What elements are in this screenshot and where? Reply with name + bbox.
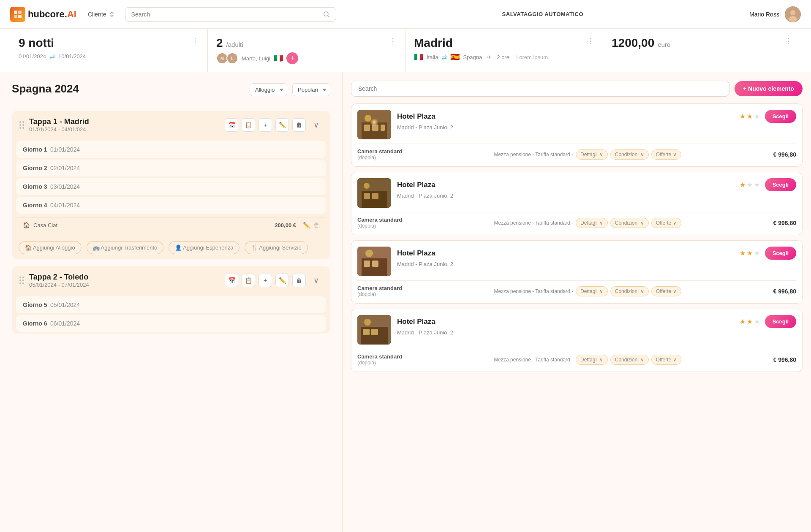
svg-rect-3	[18, 15, 22, 18]
hotel-4-img-svg	[357, 315, 391, 345]
drag-handle-2[interactable]	[19, 277, 24, 284]
accom-edit-btn[interactable]: ✏️	[303, 222, 310, 228]
hotel-2-condizioni-tag[interactable]: Condizioni ∨	[610, 218, 649, 228]
drag-handle-1[interactable]	[19, 121, 24, 129]
hotel-3-condizioni-tag[interactable]: Condizioni ∨	[610, 286, 649, 296]
hotel-card-1: Hotel Plaza ★★★ Scegli Madrid - Plaza Ju…	[351, 103, 803, 167]
day-5-label: Giorno 5	[23, 301, 50, 308]
right-search-input[interactable]	[351, 81, 729, 97]
svg-rect-26	[363, 329, 370, 335]
tappa-1-delete-btn[interactable]: 🗑	[292, 118, 306, 132]
hotel-4-condizioni-tag[interactable]: Condizioni ∨	[610, 355, 649, 365]
svg-point-28	[364, 319, 371, 326]
hotel-card-3: Hotel Plaza ★★★ Scegli Madrid - Plaza Ju…	[351, 240, 803, 304]
add-servizio-btn[interactable]: 🍴 Aggiungi Servizio	[245, 241, 308, 254]
hotel-1-tags: Mezza pensione - Tariffa standard - Dett…	[494, 149, 681, 160]
user-menu[interactable]: Mario Rossi	[749, 6, 801, 22]
accom-actions: ✏️ 🗑	[303, 222, 319, 228]
filter-bar: Alloggio Popolari	[250, 83, 330, 96]
hotel-4-top: Hotel Plaza ★★★ Scegli Madrid - Plaza Ju…	[357, 315, 796, 345]
hotel-3-name: Hotel Plaza	[397, 249, 435, 258]
nuovo-elemento-button[interactable]: + Nuovo elemento	[735, 81, 803, 96]
hotel-4-address: Madrid - Plaza Junio, 2	[397, 329, 796, 336]
hotel-4-dettagli-tag[interactable]: Dettagli ∨	[576, 355, 608, 365]
hotel-3-dettagli-tag[interactable]: Dettagli ∨	[576, 286, 608, 296]
hotel-1-name-row: Hotel Plaza ★★★ Scegli	[397, 110, 796, 123]
tappa-1-dates: 01/01/2024 - 04/01/024	[29, 126, 89, 133]
hotel-4-scegli-btn[interactable]: Scegli	[765, 315, 796, 328]
tappa-2-edit-btn[interactable]: ✏️	[275, 274, 289, 287]
search-input[interactable]	[131, 11, 320, 18]
hotel-1-scegli-btn[interactable]: Scegli	[765, 110, 796, 123]
tappa-2: Tappa 2 - Toledo 05/01/2024 - 07/01/2024…	[12, 266, 330, 334]
filter-popolari[interactable]: Popolari	[292, 83, 330, 96]
day-6-label: Giorno 6	[23, 320, 50, 327]
tappa-2-calendar-btn[interactable]: 📅	[225, 274, 238, 287]
accom-delete-btn[interactable]: 🗑	[313, 222, 319, 228]
adulti-detail: M L Marta, Luigi 🇮🇹 +	[216, 52, 397, 64]
hotel-3-image	[357, 247, 391, 276]
hotel-3-bottom: Camera standard (doppia) Mezza pensione …	[357, 280, 796, 297]
hotel-2-address: Madrid - Plaza Junio, 2	[397, 193, 796, 199]
notti-detail: 01/01/2024 ⇄ 10/01/2024	[19, 52, 199, 60]
add-person-button[interactable]: +	[286, 52, 298, 64]
hotel-2-scegli-btn[interactable]: Scegli	[765, 178, 796, 191]
destination-menu[interactable]: ⋮	[587, 36, 594, 46]
tappa-1-copy-btn[interactable]: 📋	[242, 118, 255, 132]
hotel-1-condizioni-tag[interactable]: Condizioni ∨	[610, 149, 649, 160]
tappa-1-chevron[interactable]: ∨	[309, 118, 323, 132]
svg-point-7	[789, 16, 797, 22]
trip-title: Spagna 2024	[12, 82, 79, 95]
add-esperienza-btn[interactable]: 👤 Aggiungi Esperienza	[169, 241, 239, 254]
stat-notti: 9 notti ⋮ 01/01/2024 ⇄ 10/01/2024	[10, 29, 208, 72]
hotel-4-price: € 996,80	[773, 356, 797, 363]
tappa-1-edit-btn[interactable]: ✏️	[275, 118, 289, 132]
hotel-4-offerte-tag[interactable]: Offerte ∨	[651, 355, 681, 365]
hotel-card-4: Hotel Plaza ★★★ Scegli Madrid - Plaza Ju…	[351, 309, 803, 372]
tappa-1-calendar-btn[interactable]: 📅	[225, 118, 238, 132]
tappa-1-title: Tappa 1 - Madrid	[29, 117, 89, 126]
add-trasferimento-btn[interactable]: 🚌 Aggiungi Trasferimento	[87, 241, 164, 254]
tappa-2-copy-btn[interactable]: 📋	[242, 274, 255, 287]
hotel-1-price: € 996,80	[773, 151, 797, 158]
hotel-2-offerte-tag[interactable]: Offerte ∨	[651, 218, 681, 228]
stat-destination: Madrid ⋮ 🇮🇹 Italia ⇄ 🇪🇸 Spagna ✈ 2 ore L…	[406, 29, 603, 72]
tappa-2-chevron[interactable]: ∨	[309, 274, 323, 287]
hotel-3-scegli-btn[interactable]: Scegli	[765, 247, 796, 260]
tappa-1: Tappa 1 - Madrid 01/01/2024 - 04/01/024 …	[12, 111, 330, 259]
client-selector[interactable]: Cliente	[88, 11, 115, 18]
hotel-2-img-svg	[357, 178, 391, 208]
hotel-1-dettagli-tag[interactable]: Dettagli ∨	[576, 149, 608, 160]
destination-detail: 🇮🇹 Italia ⇄ 🇪🇸 Spagna ✈ 2 ore Lorem ipsu…	[414, 52, 594, 62]
app-header: hubcore.AI Cliente SALVATAGGIO AUTOMATIC…	[0, 0, 811, 29]
day-row-3: Giorno 3 03/01/2024	[16, 178, 326, 195]
logo-icon	[10, 7, 25, 22]
search-bar[interactable]	[125, 7, 336, 22]
add-alloggio-btn[interactable]: 🏠 Aggiungi Alloggio	[19, 241, 82, 254]
price-menu[interactable]: ⋮	[785, 36, 792, 46]
stats-bar: 9 notti ⋮ 01/01/2024 ⇄ 10/01/2024 2 /adu…	[0, 29, 811, 72]
hotel-1-bottom: Camera standard (doppia) Mezza pensione …	[357, 144, 796, 160]
hotel-2-tags: Mezza pensione - Tariffa standard - Dett…	[494, 218, 681, 228]
hotel-3-address: Madrid - Plaza Junio, 2	[397, 261, 796, 267]
tappa-2-add-btn[interactable]: +	[259, 274, 272, 287]
hotel-1-offerte-tag[interactable]: Offerte ∨	[651, 149, 681, 160]
hotel-3-room: Camera standard (doppia)	[357, 285, 402, 297]
hotel-2-dettagli-tag[interactable]: Dettagli ∨	[576, 218, 608, 228]
tappa-2-delete-btn[interactable]: 🗑	[292, 274, 306, 287]
svg-rect-22	[372, 261, 378, 267]
svg-rect-21	[364, 261, 370, 267]
hotel-1-room: Camera standard (doppia)	[357, 148, 402, 160]
logo-text: hubcore.AI	[28, 9, 76, 20]
tappa-1-add-btn[interactable]: +	[259, 118, 272, 132]
search-icon	[323, 11, 330, 18]
notti-menu[interactable]: ⋮	[191, 36, 199, 46]
filter-alloggio[interactable]: Alloggio	[250, 83, 287, 96]
day-4-date: 04/01/2024	[50, 202, 80, 209]
svg-rect-1	[18, 11, 22, 14]
hotel-2-room: Camera standard (doppia)	[357, 217, 402, 229]
avatar-img	[785, 6, 801, 22]
hotel-3-offerte-tag[interactable]: Offerte ∨	[651, 286, 681, 296]
adulti-menu[interactable]: ⋮	[389, 36, 397, 46]
hotel-2-image	[357, 178, 391, 208]
